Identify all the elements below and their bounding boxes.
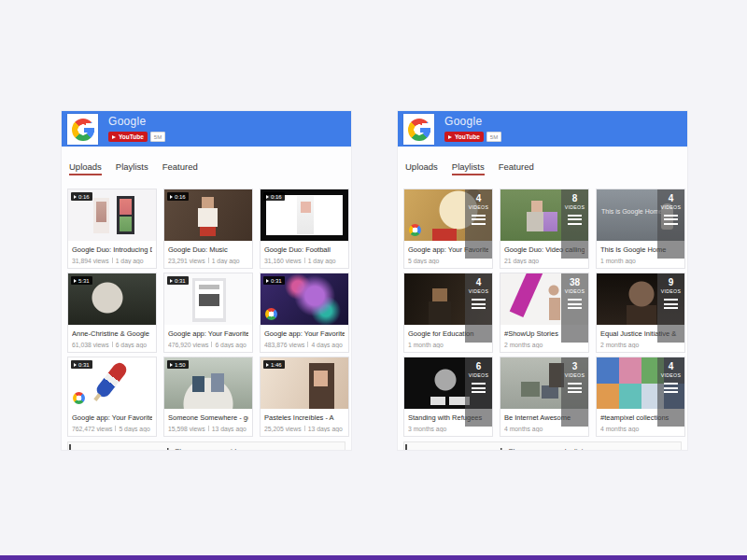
videos-word: VIDEOS — [561, 204, 588, 210]
playlist-overlay: 4 VIDEOS — [465, 189, 492, 259]
duration-text: 0:16 — [271, 194, 282, 200]
playlist-age: 2 months ago — [504, 342, 543, 348]
tab-uploads[interactable]: Uploads — [69, 161, 102, 175]
videos-word: VIDEOS — [561, 372, 588, 378]
playlist-card[interactable]: 6 VIDEOS Standing with Refugees 3 months… — [403, 357, 493, 437]
duration-badge: 0:31 — [167, 276, 189, 285]
flag-art — [510, 273, 544, 317]
upload-age: 6 days ago — [215, 342, 246, 348]
playlist-overlay: 9 VIDEOS — [657, 273, 684, 343]
playlist-card[interactable]: 9 VIDEOS Equal Justice Initiative & 2 mo… — [596, 273, 685, 353]
youtube-subscribe-button[interactable]: YouTube — [108, 132, 148, 142]
video-thumbnail[interactable]: 1:50 — [164, 357, 252, 409]
videos-word: VIDEOS — [465, 372, 492, 378]
playlist-age: 21 days ago — [504, 258, 539, 264]
playlist-overlay: 4 VIDEOS — [657, 189, 684, 259]
videos-word: VIDEOS — [657, 288, 684, 294]
playlist-overlay: 38 VIDEOS — [561, 273, 588, 343]
upload-age: 1 day ago — [308, 258, 336, 264]
video-thumbnail[interactable]: 1:46 — [261, 357, 348, 409]
popsicle-art — [94, 360, 130, 399]
video-thumbnail[interactable]: 0:16 — [261, 189, 348, 241]
video-title[interactable]: Google app: Your Favorite — [264, 329, 345, 338]
bottom-accent-bar — [0, 555, 747, 560]
video-thumbnail[interactable]: 0:31 — [164, 273, 252, 325]
tab-uploads[interactable]: Uploads — [405, 161, 438, 175]
show-more-button[interactable]: Show me more videos — [67, 441, 345, 451]
video-title[interactable]: Google app: Your Favorite — [168, 329, 248, 338]
video-count: 4 — [657, 193, 684, 203]
duration-badge: 1:50 — [167, 360, 189, 369]
playlist-card[interactable]: 3 VIDEOS Be Internet Awesome 4 months ag… — [500, 357, 589, 437]
playlist-overlay: 3 VIDEOS — [561, 357, 588, 427]
video-card[interactable]: 0:31 Google app: Your Favorite 476,920 v… — [163, 273, 253, 353]
video-card[interactable]: 5:31 Anne-Christine & Google 61,038 view… — [67, 273, 157, 353]
video-card[interactable]: 0:16 Google Duo: Introducing Duo 31,894 … — [67, 189, 157, 269]
play-icon — [266, 279, 269, 283]
video-thumbnail[interactable]: 0:31 — [261, 273, 348, 325]
duration-badge: 5:31 — [71, 276, 92, 285]
meta-divider — [208, 426, 209, 431]
tab-playlists[interactable]: Playlists — [116, 161, 148, 175]
subscriber-count: 5M — [486, 132, 501, 142]
video-title[interactable]: Google Duo: Music — [168, 245, 248, 254]
playlist-card[interactable]: 4 VIDEOS Google for Education 1 month ag… — [403, 273, 493, 353]
tab-featured[interactable]: Featured — [162, 161, 198, 175]
play-icon — [170, 195, 173, 199]
upload-age: 1 day ago — [116, 258, 144, 264]
show-more-button[interactable]: Show me more playlists — [403, 441, 682, 451]
channel-name: Google — [444, 115, 501, 128]
tab-playlists[interactable]: Playlists — [452, 161, 485, 175]
videos-word: VIDEOS — [657, 372, 684, 378]
playlist-card[interactable]: 38 VIDEOS #ShowUp Stories 2 months ago — [500, 273, 589, 353]
duration-text: 1:50 — [175, 362, 186, 368]
video-thumbnail[interactable]: 5:31 — [68, 273, 156, 325]
playlist-card[interactable]: 4 VIDEOS Google app: Your Favorite 5 day… — [403, 189, 493, 269]
youtube-play-icon — [112, 135, 116, 139]
tab-featured[interactable]: Featured — [499, 161, 534, 175]
plus-icon — [164, 448, 171, 451]
video-thumbnail[interactable]: 0:16 — [164, 189, 252, 241]
channel-avatar[interactable] — [403, 114, 434, 145]
upload-age: 1 day ago — [212, 258, 240, 264]
video-count: 9 — [657, 277, 684, 287]
playlist-icon — [472, 215, 486, 226]
play-icon — [170, 363, 173, 367]
video-title[interactable]: Google app: Your Favorite — [72, 413, 152, 422]
video-title[interactable]: Anne-Christine & Google — [72, 329, 152, 338]
video-card[interactable]: 1:46 Pasteles Increíbles - A 25,205 view… — [260, 357, 349, 437]
video-card[interactable]: 0:31 Google app: Your Favorite 483,876 v… — [260, 273, 349, 353]
youtube-subscribe-button[interactable]: YouTube — [444, 132, 484, 142]
duration-badge: 1:46 — [263, 360, 285, 369]
play-icon — [74, 279, 77, 283]
video-thumbnail[interactable]: 0:31 — [68, 357, 156, 409]
uploads-panel: Google YouTube 5M Uploads Playlists Feat… — [61, 110, 352, 451]
video-title[interactable]: Google Duo: Football — [264, 245, 345, 254]
view-count: 25,205 views — [264, 426, 302, 432]
channel-avatar[interactable] — [67, 114, 98, 145]
video-count: 6 — [465, 361, 492, 371]
video-card[interactable]: 0:16 Google Duo: Football 31,160 views1 … — [260, 189, 349, 269]
play-icon — [74, 363, 77, 367]
playlist-overlay: 4 VIDEOS — [657, 357, 684, 427]
video-title[interactable]: Pasteles Increíbles - A — [264, 413, 345, 422]
playlist-card[interactable]: 8 VIDEOS Google Duo: Video calling, by 2… — [500, 189, 589, 269]
video-meta: 476,920 views6 days ago — [168, 342, 248, 348]
video-card[interactable]: 1:50 Someone Somewhere - going 15,598 vi… — [163, 357, 253, 437]
video-title[interactable]: Someone Somewhere - going — [168, 413, 248, 422]
meta-divider — [307, 342, 308, 347]
duration-text: 0:16 — [78, 194, 90, 200]
playlist-card[interactable]: 4 VIDEOS #teampixel collections 4 months… — [596, 357, 685, 437]
video-meta: 23,291 views1 day ago — [168, 258, 248, 264]
playlist-overlay: 6 VIDEOS — [465, 357, 492, 427]
video-thumbnail[interactable]: 0:16 — [68, 189, 156, 241]
video-count: 4 — [657, 361, 684, 371]
videos-word: VIDEOS — [561, 288, 588, 294]
videos-word: VIDEOS — [465, 288, 492, 294]
duration-text: 1:46 — [271, 362, 282, 368]
video-card[interactable]: 0:16 Google Duo: Music 23,291 views1 day… — [163, 189, 253, 269]
playlist-card[interactable]: This is Google Home 4 VIDEOS This Is Goo… — [596, 189, 685, 269]
video-title[interactable]: Google Duo: Introducing Duo — [72, 245, 152, 254]
duration-badge: 0:16 — [167, 192, 189, 201]
video-card[interactable]: 0:31 Google app: Your Favorite 762,472 v… — [67, 357, 157, 437]
